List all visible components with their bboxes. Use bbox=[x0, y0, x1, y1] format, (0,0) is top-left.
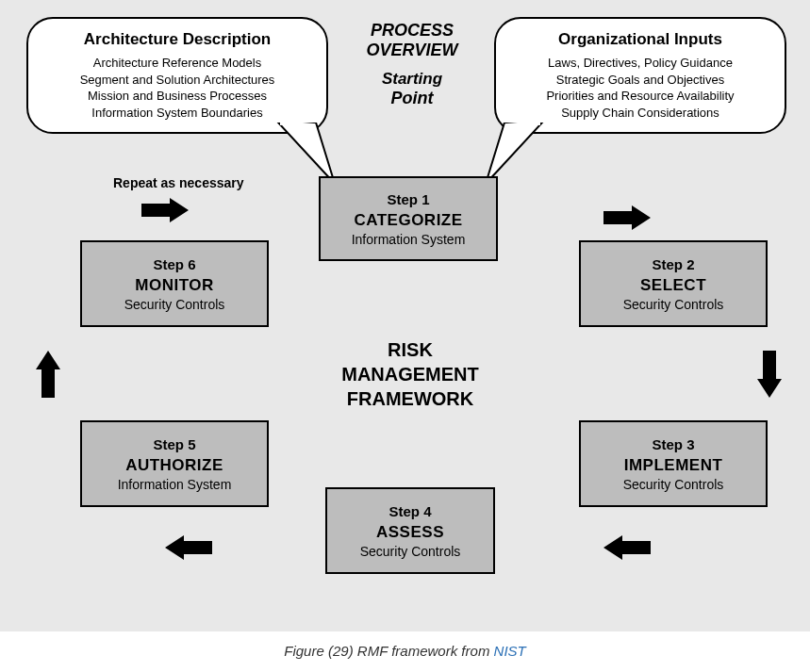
step-number: Step 3 bbox=[652, 436, 694, 452]
arrow-right-icon bbox=[141, 198, 194, 226]
caption-text: Figure (29) RMF framework from bbox=[284, 643, 493, 659]
nist-link[interactable]: NIST bbox=[494, 643, 526, 659]
center-line: MANAGEMENT bbox=[325, 362, 495, 386]
process-overview-label: PROCESS OVERVIEW Starting Point bbox=[355, 21, 469, 108]
step-sub: Security Controls bbox=[623, 477, 724, 492]
step-5-authorize: Step 5 AUTHORIZE Information System bbox=[80, 420, 269, 507]
step-number: Step 6 bbox=[153, 256, 195, 272]
architecture-description-bubble: Architecture Description Architecture Re… bbox=[26, 17, 328, 134]
step-number: Step 4 bbox=[388, 503, 431, 519]
step-sub: Security Controls bbox=[360, 544, 461, 559]
overview-line: OVERVIEW bbox=[355, 41, 469, 60]
step-sub: Security Controls bbox=[124, 297, 225, 312]
repeat-label: Repeat as necessary bbox=[113, 175, 244, 190]
step-action: SELECT bbox=[640, 276, 706, 295]
step-action: AUTHORIZE bbox=[125, 456, 223, 475]
step-sub: Security Controls bbox=[623, 297, 724, 312]
svg-marker-2 bbox=[486, 123, 542, 184]
diagram-canvas: Architecture Description Architecture Re… bbox=[0, 0, 810, 631]
step-number: Step 2 bbox=[652, 256, 694, 272]
arrow-right-icon bbox=[603, 205, 656, 234]
svg-marker-8 bbox=[165, 535, 212, 560]
step-3-implement: Step 3 IMPLEMENT Security Controls bbox=[579, 420, 768, 507]
org-line: Priorities and Resource Availability bbox=[511, 88, 769, 105]
step-4-assess: Step 4 ASSESS Security Controls bbox=[325, 487, 495, 574]
starting-point-line: Point bbox=[355, 89, 469, 108]
step-sub: Information System bbox=[352, 232, 466, 247]
arch-title: Architecture Description bbox=[43, 30, 311, 49]
arrow-left-icon bbox=[165, 535, 218, 564]
svg-marker-4 bbox=[141, 198, 189, 222]
organizational-inputs-bubble: Organizational Inputs Laws, Directives, … bbox=[494, 17, 786, 134]
step-number: Step 5 bbox=[153, 436, 195, 452]
org-line: Supply Chain Considerations bbox=[511, 105, 769, 122]
overview-line: PROCESS bbox=[355, 21, 469, 41]
center-line: RISK bbox=[325, 337, 495, 362]
step-action: CATEGORIZE bbox=[354, 211, 462, 230]
arch-line: Segment and Solution Architectures bbox=[43, 72, 311, 89]
svg-marker-0 bbox=[278, 123, 335, 184]
step-2-select: Step 2 SELECT Security Controls bbox=[579, 240, 768, 327]
svg-marker-5 bbox=[603, 205, 651, 230]
arch-line: Architecture Reference Models bbox=[43, 55, 311, 72]
arrow-up-icon bbox=[36, 351, 64, 403]
arch-line: Mission and Business Processes bbox=[43, 88, 311, 105]
center-line: FRAMEWORK bbox=[325, 386, 495, 411]
svg-marker-9 bbox=[36, 351, 60, 398]
arch-line: Information System Boundaries bbox=[43, 105, 311, 122]
starting-point-line: Starting bbox=[355, 70, 469, 89]
step-action: IMPLEMENT bbox=[624, 456, 723, 475]
figure-caption: Figure (29) RMF framework from NIST bbox=[0, 631, 810, 664]
center-title: RISK MANAGEMENT FRAMEWORK bbox=[325, 337, 495, 411]
svg-marker-7 bbox=[603, 535, 651, 560]
step-1-categorize: Step 1 CATEGORIZE Information System bbox=[319, 176, 498, 261]
arrow-down-icon bbox=[757, 351, 785, 403]
step-sub: Information System bbox=[118, 477, 232, 492]
step-6-monitor: Step 6 MONITOR Security Controls bbox=[80, 240, 269, 327]
svg-marker-6 bbox=[757, 351, 782, 398]
org-line: Laws, Directives, Policy Guidance bbox=[511, 55, 769, 72]
step-number: Step 1 bbox=[387, 191, 429, 207]
org-title: Organizational Inputs bbox=[511, 30, 769, 49]
step-action: MONITOR bbox=[135, 276, 213, 295]
org-line: Strategic Goals and Objectives bbox=[511, 72, 769, 89]
arrow-left-icon bbox=[603, 535, 656, 564]
step-action: ASSESS bbox=[376, 523, 444, 542]
